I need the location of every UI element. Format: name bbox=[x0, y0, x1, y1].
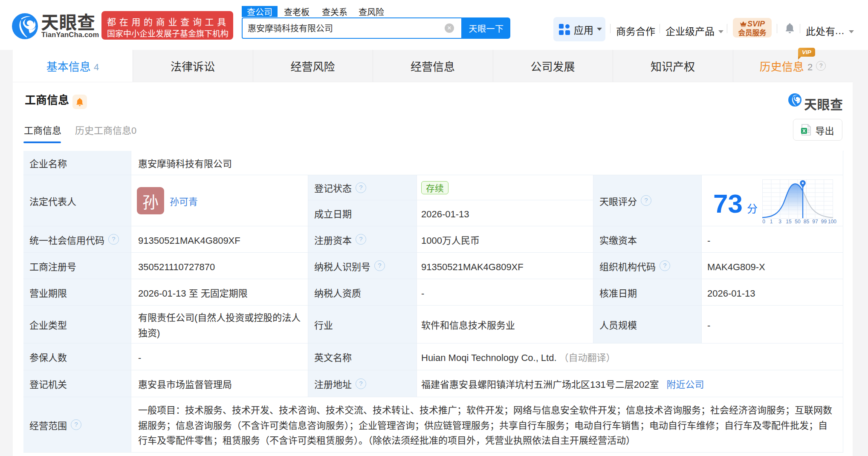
svg-text:1: 1 bbox=[770, 219, 773, 225]
svg-text:85: 85 bbox=[804, 219, 810, 225]
svg-text:15: 15 bbox=[786, 219, 792, 225]
svg-text:3: 3 bbox=[778, 219, 781, 225]
svg-text:100: 100 bbox=[828, 219, 836, 225]
svg-text:99: 99 bbox=[821, 219, 827, 225]
svg-text:0: 0 bbox=[762, 219, 765, 225]
svg-text:50: 50 bbox=[795, 219, 801, 225]
svg-text:97: 97 bbox=[812, 219, 818, 225]
